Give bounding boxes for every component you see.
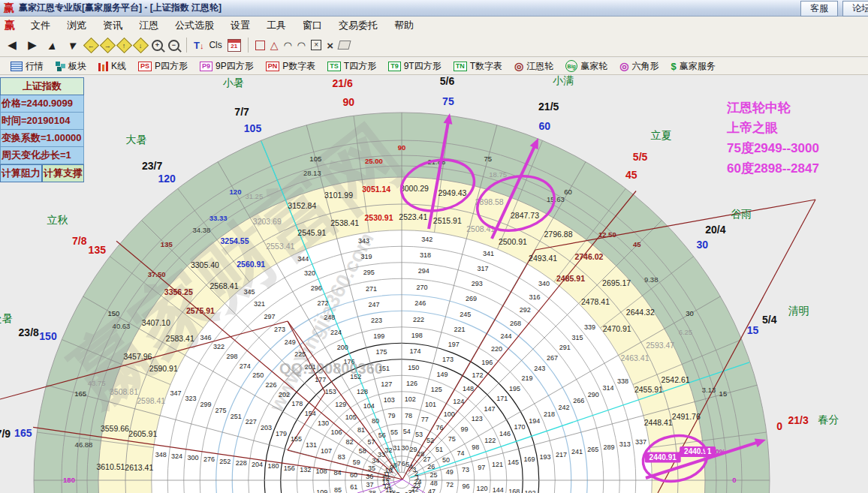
price-highlight-value: 2440.91 [649, 453, 677, 461]
price-outer-label: 3254.55 [221, 236, 249, 245]
spiral-number: 245 [460, 311, 471, 318]
outer-degree-label: 45 [625, 169, 637, 181]
calc-resistance-button[interactable]: 计算阻力 [0, 164, 42, 182]
customer-service-button[interactable]: 客服 [800, 1, 838, 17]
spiral-number: 192 [525, 489, 536, 493]
view-t-square[interactable]: TST四方形 [323, 60, 381, 73]
view-winner-wheel[interactable]: Big赢家轮 [561, 60, 612, 73]
spiral-number: 124 [453, 398, 464, 405]
gann-wheel-icon: ◎ [514, 60, 523, 72]
arc-left-icon[interactable]: ◠ [284, 40, 292, 51]
pan-left-icon[interactable]: ← [83, 37, 99, 53]
percent-ring-label: 34.38 [193, 226, 211, 234]
box-x-icon[interactable]: × [311, 40, 321, 50]
spiral-number: 48 [430, 479, 438, 487]
view-kline[interactable]: K线 [94, 60, 131, 73]
delete-x-icon[interactable]: × [327, 39, 333, 52]
percent-ring-label: 46.88 [75, 440, 93, 449]
nav-back-icon[interactable]: ◀ [5, 38, 20, 53]
menu-window[interactable]: 窗口 [294, 17, 330, 34]
menu-tools[interactable]: 工具 [258, 17, 294, 34]
calendar-icon[interactable]: 21 [228, 39, 241, 52]
t-sort-icon[interactable]: T↓ [194, 40, 203, 51]
percent-ring-label: 9.38 [644, 275, 659, 284]
spiral-number: 217 [556, 451, 567, 458]
spiral-number: 32 [384, 446, 392, 454]
kline-candles-icon [98, 62, 108, 71]
view-winner-service[interactable]: $赢家服务 [666, 60, 719, 73]
solar-term-label: 小满 [553, 75, 574, 86]
price-inner-label: 2448.41 [644, 418, 673, 427]
spiral-number: 220 [491, 345, 502, 353]
price-inner-label: 2590.91 [149, 364, 178, 373]
spiral-number: 80 [372, 417, 379, 425]
view-quotes[interactable]: 行情 [6, 60, 48, 73]
spiral-number: 344 [297, 255, 309, 263]
view-9p-square[interactable]: P99P四方形 [195, 60, 258, 73]
view-t-number-table[interactable]: TNT数字表 [449, 60, 507, 73]
calc-support-button[interactable]: 计算支撑 [42, 164, 84, 182]
menu-news[interactable]: 资讯 [95, 17, 131, 34]
spiral-number: 55 [390, 428, 398, 436]
view-sectors[interactable]: 板块 [51, 60, 91, 73]
spiral-number: 54 [403, 428, 411, 435]
price-outer-label: 3407.10 [142, 318, 170, 327]
view-p-square[interactable]: PSP四方形 [134, 60, 192, 73]
spiral-number: 341 [483, 250, 494, 257]
draw-triangle-icon[interactable]: △ [270, 39, 279, 51]
view-9t-square[interactable]: T99T四方形 [384, 60, 446, 73]
degree-ring-label: 75 [484, 155, 492, 163]
pan-right-icon[interactable]: → [100, 37, 116, 53]
ps-badge-icon: PS [138, 62, 152, 71]
triangle-up-icon[interactable]: ▲ [44, 38, 62, 53]
spiral-number: 82 [345, 438, 353, 446]
spiral-number: 35 [368, 464, 375, 472]
spiral-number: 323 [185, 395, 196, 402]
spiral-number: 129 [335, 401, 346, 408]
spiral-number: 98 [472, 443, 479, 451]
view-hexagon[interactable]: ◎六角形 [615, 60, 663, 73]
forum-button[interactable]: 论坛 [842, 1, 868, 17]
spiral-number: 97 [478, 464, 485, 471]
spiral-number: 102 [405, 395, 416, 403]
menu-help[interactable]: 帮助 [386, 17, 422, 34]
analyst-annotation: 江恩轮中轮 上帝之眼 75度2949--3000 60度2898--2847 [727, 98, 819, 179]
time-field: 时间=20190104 [0, 113, 84, 130]
cls-button[interactable]: Cls [209, 40, 222, 50]
arc-right-icon[interactable]: ◠ [297, 40, 306, 51]
zoom-in-icon[interactable]: + [152, 40, 163, 51]
spiral-number: 265 [587, 446, 598, 453]
annotation-line: 上帝之眼 [727, 118, 819, 138]
spiral-number: 146 [499, 430, 511, 437]
view-gann-wheel[interactable]: ◎江恩轮 [510, 60, 558, 73]
spiral-number: 171 [496, 395, 508, 402]
nav-forward-icon[interactable]: ▶ [25, 38, 40, 53]
spiral-number: 170 [514, 423, 526, 431]
pan-down-icon[interactable]: ↓ [133, 37, 149, 53]
stamp-tool-icon[interactable] [338, 41, 351, 50]
spiral-number: 30 [401, 444, 408, 452]
toolbar-separator [186, 38, 187, 53]
zoom-out-icon[interactable]: − [168, 40, 179, 51]
draw-square-icon[interactable] [255, 41, 265, 50]
view-p-number-table[interactable]: PNP数字表 [261, 60, 321, 73]
menu-settings[interactable]: 设置 [222, 17, 258, 34]
menu-browse[interactable]: 浏览 [59, 17, 95, 34]
date-label: 20/4 [705, 224, 725, 236]
spiral-number: 105 [345, 413, 357, 421]
menu-trade-entrust[interactable]: 交易委托 [330, 17, 386, 34]
spiral-number: 130 [318, 419, 329, 427]
menu-file[interactable]: 文件 [23, 17, 59, 34]
triangle-down-icon[interactable]: ▼ [64, 38, 82, 53]
spiral-number: 47 [428, 488, 436, 493]
spiral-number: 324 [171, 452, 182, 460]
price-outer-label: 2949.43 [438, 188, 466, 197]
percent-ring-label: 28.13 [303, 169, 321, 177]
spiral-number: 272 [318, 299, 329, 307]
menu-formula-stockpick[interactable]: 公式选股 [167, 17, 222, 34]
menu-gann[interactable]: 江恩 [131, 17, 167, 34]
spiral-number: 8 [393, 461, 397, 469]
index-info-panel: 上证指数 价格=2440.9099 时间=20190104 变换系数=1.000… [0, 77, 84, 182]
spiral-number: 242 [559, 404, 570, 411]
pan-up-icon[interactable]: ↑ [116, 37, 132, 53]
